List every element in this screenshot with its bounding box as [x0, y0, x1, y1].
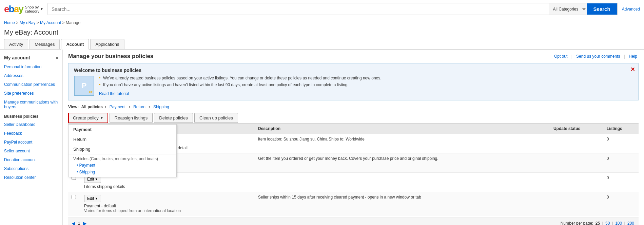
- reassign-listings-button[interactable]: Reassign listings: [110, 113, 153, 123]
- view-payment-filter[interactable]: Payment: [110, 105, 125, 109]
- sidebar-item-seller-dashboard[interactable]: Seller Dashboard: [0, 120, 62, 129]
- sidebar-item-paypal-account[interactable]: PayPal account: [0, 138, 62, 147]
- dropdown-shipping-option[interactable]: Shipping: [69, 144, 176, 154]
- chevron-down-icon: ▼: [95, 177, 98, 181]
- row-listings-3: 0: [603, 173, 639, 192]
- dropdown-return-option[interactable]: Return: [69, 134, 176, 144]
- help-link[interactable]: Help: [629, 54, 637, 59]
- sidebar-collapse-btn[interactable]: «: [56, 55, 58, 60]
- shop-by-category[interactable]: Shop by category ▼: [25, 5, 43, 13]
- per-page-200[interactable]: 200: [627, 221, 634, 225]
- table-header-update-status: Update status: [550, 124, 603, 134]
- delete-policies-button[interactable]: Delete policies: [154, 113, 193, 123]
- per-page-label: Number per page:: [561, 221, 593, 225]
- row-listings-2: 0: [603, 153, 639, 173]
- sidebar-title: My account «: [0, 53, 62, 62]
- dropdown-vehicles-label: Vehicles (Cars, trucks, motorcycles, and…: [69, 154, 176, 162]
- row-desc-4: Seller ships within 15 days after receiv…: [255, 192, 550, 216]
- header: ebay Shop by category ▼ All Categories S…: [0, 0, 644, 18]
- edit-btn-4[interactable]: Edit ▼: [84, 195, 101, 202]
- table-row: Edit ▼ Payment - default Varies for item…: [68, 192, 639, 216]
- row-desc-3: [255, 173, 550, 192]
- row-name-4: Edit ▼ Payment - default Varies for item…: [81, 192, 255, 216]
- sidebar-item-seller-account[interactable]: Seller account: [0, 147, 62, 155]
- row-status-3: [550, 173, 603, 192]
- row-checkbox-4[interactable]: [68, 192, 81, 216]
- opt-out-link[interactable]: Opt out: [554, 54, 567, 59]
- search-input[interactable]: [48, 3, 549, 15]
- row-desc-2: Get the item you ordered or get your mon…: [255, 153, 550, 173]
- top-bar-links: Opt out | Send us your comments | Help: [553, 54, 639, 59]
- chevron-down-icon: ▼: [95, 197, 98, 200]
- dropdown-arrow-icon: ▼: [100, 116, 103, 120]
- search-button[interactable]: Search: [587, 3, 617, 15]
- search-bar: All Categories Search: [47, 3, 618, 15]
- sidebar: My account « Personal information Addres…: [0, 50, 63, 225]
- tab-applications[interactable]: Applications: [90, 39, 124, 49]
- welcome-box-content: P ✏ • We've already created business pol…: [74, 76, 633, 96]
- page-title: My eBay: Account: [0, 27, 644, 39]
- breadcrumb-home[interactable]: Home: [4, 20, 15, 25]
- current-page: 1: [78, 221, 80, 225]
- create-policy-button[interactable]: Create policy ▼: [68, 113, 108, 123]
- dropdown-payment-option[interactable]: Payment: [69, 125, 176, 134]
- category-select[interactable]: All Categories: [549, 3, 587, 15]
- read-tutorial-link[interactable]: Read the tutorial: [99, 91, 129, 96]
- clean-up-policies-button[interactable]: Clean up policies: [194, 113, 238, 123]
- table-header-listings: Listings: [603, 124, 639, 134]
- sidebar-item-subscriptions[interactable]: Subscriptions: [0, 164, 62, 173]
- per-page-50[interactable]: 50: [605, 221, 610, 225]
- sidebar-item-resolution-center[interactable]: Resolution center: [0, 173, 62, 182]
- welcome-bullets: • We've already created business policie…: [99, 76, 633, 96]
- row-status-1: [550, 134, 603, 153]
- ebay-logo: ebay: [4, 4, 23, 15]
- pagination-nav: ◀ 1 ▶: [72, 221, 87, 225]
- breadcrumb-myebay[interactable]: My eBay: [20, 20, 36, 25]
- create-policy-dropdown-menu: Payment Return Shipping Vehicles (Cars, …: [68, 124, 177, 177]
- dropdown-vehicles-shipping[interactable]: • Shipping: [69, 169, 176, 177]
- send-comments-link[interactable]: Send us your comments: [576, 54, 620, 59]
- row-status-2: [550, 153, 603, 173]
- dropdown-vehicles-payment[interactable]: • Payment: [69, 162, 176, 169]
- per-page-25[interactable]: 25: [596, 221, 600, 225]
- content-top-bar: Manage your business policies Opt out | …: [68, 53, 639, 60]
- sidebar-item-personal-info[interactable]: Personal information: [0, 62, 62, 71]
- logo-area: ebay Shop by category ▼: [4, 4, 43, 15]
- welcome-box-title: Welcome to business policies: [74, 68, 633, 73]
- sidebar-item-donation-account[interactable]: Donation account: [0, 155, 62, 164]
- row-listings-4: 0: [603, 192, 639, 216]
- tabs-bar: Activity Messages Account Applications: [0, 39, 644, 50]
- tab-account[interactable]: Account: [61, 39, 89, 50]
- view-all-policies[interactable]: All policies: [81, 105, 102, 109]
- breadcrumb-current: Manage: [66, 20, 80, 25]
- view-filter: View: All policies • Payment • Return • …: [68, 105, 639, 109]
- per-page-100[interactable]: 100: [615, 221, 622, 225]
- welcome-icon: P ✏: [74, 76, 94, 96]
- sidebar-item-site-prefs[interactable]: Site preferences: [0, 89, 62, 98]
- pencil-icon: ✏: [89, 89, 93, 95]
- chevron-down-icon: ▼: [40, 7, 43, 11]
- table-header-description: Description: [255, 124, 550, 134]
- main-layout: My account « Personal information Addres…: [0, 50, 644, 225]
- sidebar-item-communication-prefs[interactable]: Communication preferences: [0, 80, 62, 89]
- sidebar-item-manage-comms[interactable]: Manage communications with buyers: [0, 98, 62, 111]
- welcome-box: Welcome to business policies P ✏ • We've…: [68, 63, 639, 100]
- next-page-btn[interactable]: ▶: [83, 221, 87, 225]
- breadcrumb-myaccount[interactable]: My Account: [40, 20, 61, 25]
- content-title: Manage your business policies: [68, 53, 153, 60]
- welcome-close-btn[interactable]: ✕: [630, 66, 635, 73]
- sidebar-item-addresses[interactable]: Addresses: [0, 71, 62, 80]
- sidebar-item-feedback[interactable]: Feedback: [0, 129, 62, 138]
- content-area: Manage your business policies Opt out | …: [63, 50, 644, 225]
- per-page-links: Number per page: 25 | 50 | 100 | 200: [561, 221, 635, 225]
- advanced-link[interactable]: Advanced: [622, 7, 640, 12]
- prev-page-btn[interactable]: ◀: [72, 221, 75, 225]
- row-listings-1: 0: [603, 134, 639, 153]
- tab-activity[interactable]: Activity: [4, 39, 28, 49]
- tab-messages[interactable]: Messages: [30, 39, 60, 49]
- sidebar-section-business-policies: Business policies: [0, 111, 62, 120]
- breadcrumb: Home > My eBay > My Account > Manage: [0, 18, 644, 27]
- view-shipping-filter[interactable]: Shipping: [153, 105, 169, 109]
- row-desc-1: Item location: Su zhou,Jiang su, China S…: [255, 134, 550, 153]
- view-return-filter[interactable]: Return: [133, 105, 145, 109]
